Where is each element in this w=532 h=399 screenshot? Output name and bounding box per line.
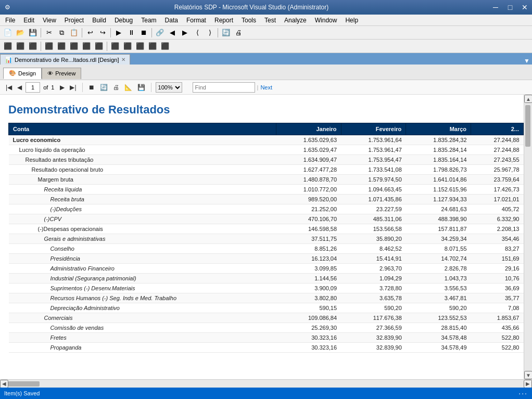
col-header-conta: Conta: [9, 123, 276, 135]
cell-col4: 522,80: [471, 343, 524, 353]
cell-label: (-)Deduções: [9, 204, 276, 214]
tb-fwd[interactable]: ▶: [179, 27, 191, 38]
menu-window[interactable]: Window: [311, 16, 341, 25]
tb-sol[interactable]: ⟨: [192, 27, 203, 38]
tb-undo[interactable]: ↩: [84, 27, 96, 38]
tab-design[interactable]: 🎨 Design: [3, 68, 42, 79]
doc-tab-close[interactable]: ✕: [121, 57, 125, 62]
tb-open[interactable]: 📂: [15, 27, 26, 38]
tb-paste[interactable]: 📋: [68, 27, 80, 38]
col-header-mar: Março: [406, 123, 471, 135]
tb-redo[interactable]: ↪: [97, 27, 108, 38]
menu-project[interactable]: Project: [60, 16, 88, 25]
v-scroll-up[interactable]: ▲: [524, 95, 532, 103]
pag-next[interactable]: ▶: [58, 83, 66, 92]
tb-copy[interactable]: ⧉: [56, 27, 67, 38]
minimize-button[interactable]: ─: [488, 0, 503, 15]
pag-first[interactable]: |◀: [4, 83, 14, 92]
tb2-12[interactable]: ⬛: [147, 41, 158, 52]
v-scroll-down[interactable]: ▼: [524, 371, 532, 379]
find-input[interactable]: [193, 82, 255, 93]
cell-jan: 1.144,56: [276, 274, 341, 284]
cell-jan: 146.598,58: [276, 224, 341, 234]
restore-button[interactable]: □: [503, 0, 517, 15]
menu-bar: File Edit View Project Build Debug Team …: [0, 15, 532, 26]
app-window: ⚙ Relatórios SDP - Microsoft Visual Stud…: [0, 0, 532, 399]
zoom-select[interactable]: 100% 75% 50% 150% 200%: [156, 82, 182, 93]
table-header-row: Conta Janeiro Fevereiro Março 2...: [9, 123, 524, 135]
table-row: Recursos Humanos (-) Seg. Inds e Med. Tr…: [9, 293, 524, 303]
pag-export[interactable]: 💾: [136, 83, 147, 92]
menu-help[interactable]: Help: [341, 16, 362, 25]
cell-label: Comerciais: [9, 313, 276, 323]
tb-back[interactable]: ◀: [167, 27, 178, 38]
menu-analyze[interactable]: Analyze: [280, 16, 311, 25]
tb-new[interactable]: 📄: [2, 27, 14, 38]
tb-save[interactable]: 💾: [27, 27, 39, 38]
cell-jan: 8.851,26: [276, 244, 341, 254]
close-button[interactable]: ✕: [517, 0, 532, 15]
h-scroll-right[interactable]: ▶: [524, 380, 532, 388]
v-scrollbar[interactable]: ▲ ▼: [524, 95, 532, 379]
tb2-5[interactable]: ⬛: [56, 41, 67, 52]
report-inner[interactable]: Demonstrativo de Resultados Conta Janeir…: [0, 95, 532, 379]
cell-fev: 15.414,91: [341, 254, 406, 264]
tb2-6[interactable]: ⬛: [68, 41, 80, 52]
tb-stop[interactable]: ⏹: [138, 27, 149, 38]
v-scroll-thumb[interactable]: [525, 105, 530, 147]
menu-build[interactable]: Build: [88, 16, 110, 25]
tb-start[interactable]: ▶: [113, 27, 124, 38]
tb2-4[interactable]: ⬛: [43, 41, 55, 52]
cell-label: Gerais e administrativas: [9, 234, 276, 244]
tb2-9[interactable]: ⬛: [109, 41, 121, 52]
cell-jan: 30.323,16: [276, 333, 341, 343]
tab-preview[interactable]: 👁 Preview: [42, 68, 81, 79]
pag-print-btn[interactable]: 🖨: [111, 83, 121, 92]
tb2-2[interactable]: ⬛: [15, 41, 26, 52]
table-row: Comerciais 109.086,84 117.676,38 123.552…: [9, 313, 524, 323]
table-row: Fretes 30.323,16 32.839,90 34.578,48 522…: [9, 333, 524, 343]
table-row: (-)Deduções 21.252,00 23.227,59 24.681,6…: [9, 204, 524, 214]
menu-format[interactable]: Format: [182, 16, 210, 25]
cell-label: Resultado antes tributação: [9, 155, 276, 165]
table-row: Lucro líquido da operação 1.635.029,47 1…: [9, 145, 524, 155]
pag-last[interactable]: ▶|: [68, 83, 78, 92]
tb2-8[interactable]: ⬛: [93, 41, 105, 52]
menu-file[interactable]: File: [1, 16, 19, 25]
h-scroll-thumb[interactable]: [8, 381, 40, 387]
tab-area-right: ▼: [130, 57, 532, 65]
tb-sol2[interactable]: ⟩: [204, 27, 216, 38]
menu-test[interactable]: Test: [260, 16, 280, 25]
tb2-1[interactable]: ⬛: [2, 41, 14, 52]
pag-refresh-btn[interactable]: 🔄: [98, 83, 109, 92]
tb-attach[interactable]: 🔗: [154, 27, 166, 38]
tb2-11[interactable]: ⬛: [134, 41, 146, 52]
tb-pause[interactable]: ⏸: [125, 27, 137, 38]
cell-fev: 485.311,06: [341, 214, 406, 224]
h-scroll-left[interactable]: ◀: [0, 380, 8, 388]
tb2-7[interactable]: ⬛: [81, 41, 92, 52]
tb-cut[interactable]: ✂: [43, 27, 55, 38]
menu-edit[interactable]: Edit: [19, 16, 39, 25]
menu-team[interactable]: Team: [137, 16, 160, 25]
pag-page-input[interactable]: [26, 82, 40, 93]
find-next-btn[interactable]: Next: [260, 84, 272, 91]
pag-layout[interactable]: 📐: [123, 83, 134, 92]
menu-debug[interactable]: Debug: [110, 16, 137, 25]
menu-view[interactable]: View: [39, 16, 60, 25]
tb-print[interactable]: 🖨: [233, 27, 244, 38]
pag-prev[interactable]: ◀: [16, 83, 23, 92]
tb-sep-5: [218, 28, 218, 37]
tb2-3[interactable]: ⬛: [27, 41, 39, 52]
tb-sep-1: [41, 28, 41, 37]
menu-report[interactable]: Report: [210, 16, 237, 25]
tb2-13[interactable]: ⬛: [159, 41, 171, 52]
cell-fev: 8.462,52: [341, 244, 406, 254]
tb-refresh[interactable]: 🔄: [220, 27, 232, 38]
tab-scroll-arrow[interactable]: ▼: [524, 57, 530, 65]
menu-data[interactable]: Data: [161, 16, 182, 25]
pag-stop[interactable]: ⏹: [87, 83, 96, 92]
tb2-10[interactable]: ⬛: [122, 41, 133, 52]
menu-tools[interactable]: Tools: [237, 16, 260, 25]
document-tab[interactable]: 📊 Demonstrativo de Re...ltados.rdl [Desi…: [0, 54, 130, 65]
